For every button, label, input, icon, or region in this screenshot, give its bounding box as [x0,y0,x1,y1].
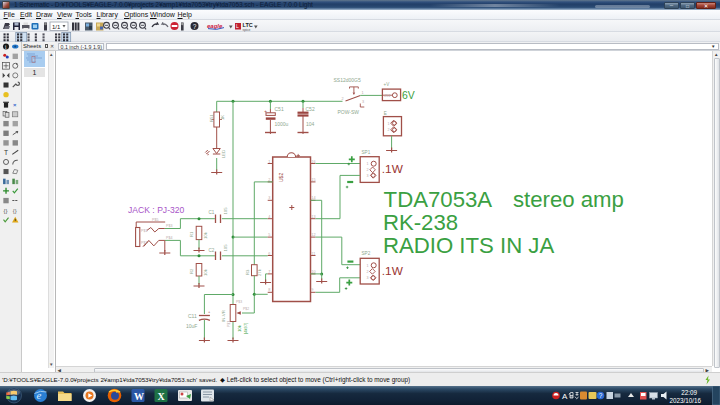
svg-text:1/1: 1/1 [52,23,61,29]
svg-text:e: e [37,389,42,401]
svg-text:eagle: eagle [207,23,223,29]
svg-text:×: × [13,102,17,108]
svg-text:22:09: 22:09 [681,389,697,396]
svg-text:A: A [562,392,568,401]
svg-text:spice: spice [243,27,251,31]
svg-text:2023/10/16: 2023/10/16 [669,397,701,404]
svg-text:?: ? [193,22,197,29]
svg-text:?: ? [599,392,603,399]
svg-text:L: L [236,23,239,29]
svg-text:X: X [158,391,166,402]
svg-text:W: W [134,391,144,402]
svg-text:{}: {} [13,208,17,214]
svg-text:{}: {} [4,208,8,214]
svg-text:T: T [4,149,8,156]
